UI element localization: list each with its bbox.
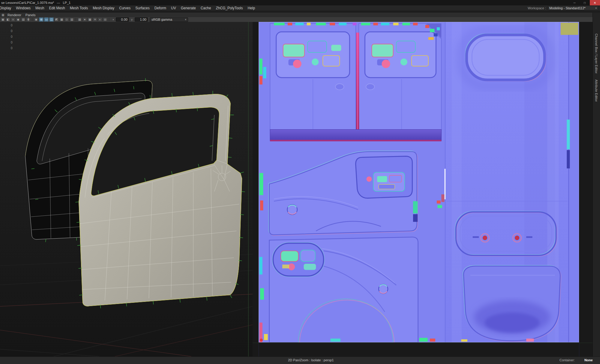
menu-bar: Display Windows Mesh Edit Mesh Mesh Tool…: [0, 5, 600, 11]
grid-icon[interactable]: ⊞: [39, 17, 44, 22]
window-controls: ─ □ ✕: [569, 0, 600, 5]
menu-mesh-display[interactable]: Mesh Display: [90, 6, 117, 10]
title-bar: se Lessons\Car\LP\Car_1.0079.ma* --- LP_…: [0, 0, 600, 5]
close-button[interactable]: ✕: [590, 0, 600, 5]
view-transform-value: sRGB gamma: [152, 18, 172, 21]
chevron-down-icon: ▾: [595, 7, 597, 10]
exposure-icon: ◑: [111, 17, 115, 22]
view-transform-dropdown[interactable]: sRGB gamma ▾: [150, 17, 188, 22]
menu-cache[interactable]: Cache: [198, 6, 214, 10]
hud-count: 0: [11, 28, 13, 34]
roof-panel-uv-shell: [444, 22, 579, 342]
safe-title-icon[interactable]: ▥: [70, 17, 74, 22]
gate-mask-icon[interactable]: ◩: [54, 17, 59, 22]
menu-help[interactable]: Help: [245, 6, 257, 10]
wireframe-icon[interactable]: ▨: [77, 17, 82, 22]
hud-count: 0: [11, 34, 13, 40]
main-area: 0 0 0 0 0: [0, 22, 600, 356]
menu-display[interactable]: Display: [0, 6, 14, 10]
workspace-selector: Workspace : Modeling - Standard112* ▾: [528, 6, 600, 10]
panel-menu-bar: ▦ Renderer Panels: [0, 13, 600, 17]
perspective-viewport[interactable]: 0 0 0 0 0: [0, 22, 253, 356]
status-bar: 2D Pan/Zoom : Isolate : persp1 Container…: [0, 356, 600, 364]
field-chart-icon[interactable]: ▦: [59, 17, 64, 22]
menu-deform[interactable]: Deform: [152, 6, 169, 10]
window-title: se Lessons\Car\LP\Car_1.0079.ma* --- LP_…: [0, 1, 70, 5]
camera-icon[interactable]: ▣: [1, 17, 5, 22]
lock-camera-icon[interactable]: ◧: [6, 17, 10, 22]
camera-attributes-icon[interactable]: ≡: [11, 17, 15, 22]
resolution-gate-icon[interactable]: ◫: [49, 17, 54, 22]
minimize-button[interactable]: ─: [569, 0, 580, 5]
container-value: None: [584, 358, 593, 362]
door-inner-uv-shells: [270, 23, 441, 141]
menu-zhcg-polytools[interactable]: ZhCG_PolyTools: [213, 6, 245, 10]
menu-uv[interactable]: UV: [169, 6, 178, 10]
menu-generate[interactable]: Generate: [178, 6, 198, 10]
hud-count: 0: [11, 40, 13, 45]
shadows-icon[interactable]: ◐: [98, 17, 102, 22]
shaded-icon[interactable]: ●: [82, 17, 87, 22]
isolate-select-icon[interactable]: ◉: [34, 17, 38, 22]
film-gate-icon[interactable]: ▭: [44, 17, 49, 22]
tab-attribute-editor[interactable]: Attribute Editor: [595, 80, 598, 102]
chevron-down-icon: ▾: [185, 18, 186, 21]
menu-mesh-tools[interactable]: Mesh Tools: [68, 6, 90, 10]
gamma-field[interactable]: 1.00: [135, 17, 148, 22]
gamma-icon: γ: [130, 17, 134, 22]
workspace-dropdown[interactable]: Modeling - Standard112* ▾: [548, 6, 598, 10]
container-label: Container:: [560, 358, 575, 362]
normal-map-image[interactable]: [259, 22, 579, 342]
viewport-status-message: 2D Pan/Zoom : Isolate : persp1: [288, 358, 334, 362]
safe-action-icon[interactable]: ◇: [64, 17, 69, 22]
toolbar-separator: [32, 18, 32, 21]
menu-surfaces[interactable]: Surfaces: [133, 6, 152, 10]
texture-guide-line: [253, 343, 592, 343]
toolbar-separator: [76, 18, 76, 21]
maximize-button[interactable]: □: [580, 0, 590, 5]
toolbar-separator: [109, 18, 109, 21]
menu-mesh[interactable]: Mesh: [33, 6, 46, 10]
right-sidebar-tabs: Channel Box / Layer Editor Attribute Edi…: [592, 13, 600, 356]
main-menus: Display Windows Mesh Edit Mesh Mesh Tool…: [0, 6, 257, 10]
heads-up-display: 0 0 0 0 0: [11, 23, 13, 51]
layout-icon[interactable]: ▦: [1, 13, 5, 17]
pan-zoom-2d-icon[interactable]: ╋: [26, 17, 31, 22]
hud-count: 0: [11, 23, 13, 28]
texture-guide-line: [579, 22, 579, 356]
workspace-label: Workspace :: [528, 6, 546, 10]
viewport-canvas: [0, 22, 253, 356]
uv-texture-viewport[interactable]: [253, 22, 592, 356]
image-plane-icon[interactable]: ▤: [21, 17, 26, 22]
lighting-icon[interactable]: ☀: [93, 17, 97, 22]
toolbar-gap: [0, 11, 600, 13]
menu-panels[interactable]: Panels: [23, 13, 38, 17]
tab-channel-box-layer-editor[interactable]: Channel Box / Layer Editor: [595, 34, 598, 74]
hud-count: 0: [11, 45, 13, 51]
menu-edit-mesh[interactable]: Edit Mesh: [46, 6, 67, 10]
bookmarks-icon[interactable]: ◆: [16, 17, 20, 22]
screen-space-ao-icon[interactable]: ◎: [103, 17, 107, 22]
workspace-value: Modeling - Standard112*: [549, 6, 586, 10]
exposure-field[interactable]: 0.00: [116, 17, 129, 22]
textured-icon[interactable]: ▩: [88, 17, 92, 22]
menu-renderer[interactable]: Renderer: [5, 13, 23, 17]
menu-curves[interactable]: Curves: [117, 6, 133, 10]
menu-windows[interactable]: Windows: [14, 6, 33, 10]
viewport-toolbar: ▣ ◧ ≡ ◆ ▤ ╋ ◉ ⊞ ▭ ◫ ◩ ▦ ◇ ▥ ▨ ● ▩ ☀ ◐ ◎ …: [0, 17, 600, 22]
